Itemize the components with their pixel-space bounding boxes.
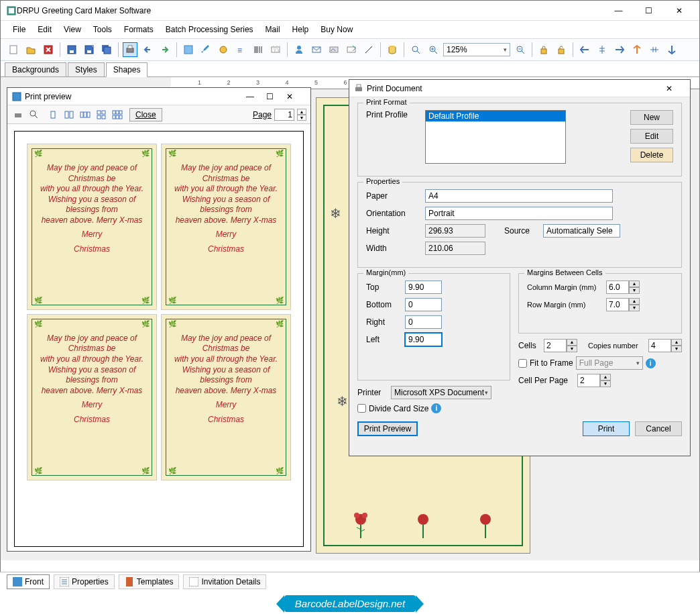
barcode-icon[interactable] (251, 42, 266, 57)
align-left-icon[interactable] (577, 42, 592, 57)
print-icon[interactable] (123, 42, 137, 57)
zoom-out-icon[interactable] (513, 42, 528, 57)
page-up[interactable]: ▲ (297, 109, 306, 115)
btab-properties[interactable]: Properties (54, 574, 115, 589)
tab-styles[interactable]: Styles (68, 62, 105, 76)
info-icon[interactable]: i (431, 403, 441, 413)
orientation-field[interactable] (425, 207, 613, 220)
preview-zoom-icon[interactable] (27, 108, 41, 121)
pen-icon[interactable] (198, 42, 213, 57)
fit-check[interactable] (518, 359, 527, 368)
zoom-fit-icon[interactable] (408, 42, 423, 57)
cellper-spinner[interactable]: ▲▼ (577, 374, 611, 387)
printer-combo[interactable]: Microsoft XPS Document (391, 386, 491, 399)
align-bottom-icon[interactable] (664, 42, 679, 57)
menu-mail[interactable]: Mail (260, 23, 286, 36)
maximize-button[interactable]: ☐ (634, 1, 664, 20)
bottom-field[interactable] (405, 298, 442, 311)
people-icon[interactable] (292, 42, 306, 57)
top-field[interactable] (405, 280, 442, 294)
btab-front[interactable]: Front (7, 574, 50, 589)
preview-maximize[interactable]: ☐ (266, 92, 286, 101)
preview-1page-icon[interactable] (46, 108, 60, 121)
preview-4page-icon[interactable] (95, 108, 108, 121)
menu-file[interactable]: File (7, 23, 31, 36)
preview-3page-icon[interactable] (78, 108, 92, 121)
close-button[interactable]: ✕ (664, 1, 694, 20)
menu-view[interactable]: View (58, 23, 86, 36)
close-file-icon[interactable] (41, 42, 56, 57)
preview-minimize[interactable]: — (246, 92, 266, 101)
send-icon[interactable] (344, 42, 359, 57)
tab-shapes[interactable]: Shapes (106, 62, 148, 77)
line-icon[interactable] (361, 42, 376, 57)
open-icon[interactable] (23, 42, 38, 57)
cells-spinner[interactable]: ▲▼ (544, 339, 577, 352)
menu-tools[interactable]: Tools (88, 23, 117, 36)
margins-between-group: Margins Between Cells Column Margin (mm)… (518, 273, 682, 334)
undo-icon[interactable] (140, 42, 155, 57)
copies-spinner[interactable]: ▲▼ (648, 339, 682, 352)
paper-label: Paper (366, 191, 420, 201)
align-right-icon[interactable] (612, 42, 627, 57)
redo-icon[interactable] (158, 42, 172, 57)
page-input[interactable] (274, 109, 294, 121)
profile-listbox[interactable]: Default Profile (425, 110, 566, 164)
source-field[interactable] (543, 224, 620, 238)
svg-rect-50 (116, 111, 119, 114)
zoom-in-icon[interactable] (426, 42, 441, 57)
preview-close-button[interactable]: Close (129, 108, 162, 121)
image-tool-icon[interactable] (181, 42, 196, 57)
dialog-close[interactable]: ✕ (666, 84, 686, 93)
new-icon[interactable] (6, 42, 21, 57)
height-field (425, 224, 485, 238)
mail-sig-icon[interactable] (327, 42, 341, 57)
svg-rect-32 (13, 577, 22, 586)
watermark-icon[interactable]: W (268, 42, 283, 57)
text-icon[interactable]: ≡ (233, 42, 248, 57)
menu-batch[interactable]: Batch Processing Series (160, 23, 259, 36)
delete-button[interactable]: Delete (630, 148, 673, 162)
menu-help[interactable]: Help (287, 23, 314, 36)
page-down[interactable]: ▼ (297, 115, 306, 121)
print-preview-button[interactable]: Print Preview (357, 421, 418, 436)
save-all-icon[interactable] (99, 42, 114, 57)
edit-button[interactable]: Edit (630, 129, 673, 144)
lock-icon[interactable] (536, 42, 551, 57)
preview-print-icon[interactable] (11, 108, 25, 121)
shape-icon[interactable] (216, 42, 231, 57)
align-middle-icon[interactable] (647, 42, 662, 57)
page-label: Page (253, 110, 272, 119)
align-top-icon[interactable] (630, 42, 644, 57)
cancel-button[interactable]: Cancel (635, 421, 682, 436)
preview-close[interactable]: ✕ (286, 92, 306, 101)
col-margin-spinner[interactable]: ▲▼ (606, 280, 640, 294)
right-field[interactable] (405, 315, 442, 329)
new-button[interactable]: New (630, 110, 673, 125)
info-icon[interactable]: i (646, 358, 656, 368)
menu-edit[interactable]: Edit (32, 23, 57, 36)
align-center-icon[interactable] (595, 42, 609, 57)
menu-buy[interactable]: Buy Now (315, 23, 358, 36)
zoom-combo[interactable]: 125% (443, 43, 510, 56)
unlock-icon[interactable] (554, 42, 569, 57)
paper-field[interactable] (425, 189, 613, 203)
row-margin-spinner[interactable]: ▲▼ (606, 298, 640, 311)
menu-formats[interactable]: Formats (119, 23, 159, 36)
saveas-icon[interactable] (82, 42, 97, 57)
tab-backgrounds[interactable]: Backgrounds (5, 62, 66, 76)
left-field[interactable] (405, 333, 442, 346)
btab-templates[interactable]: Templates (119, 574, 180, 589)
database-icon[interactable] (385, 42, 400, 57)
divide-check[interactable] (357, 404, 366, 413)
preview-2page-icon[interactable] (62, 108, 76, 121)
btab-invitation[interactable]: Invitation Details (183, 574, 266, 589)
print-button[interactable]: Print (583, 421, 630, 436)
envelope-icon[interactable] (309, 42, 324, 57)
preview-6page-icon[interactable] (111, 108, 124, 121)
svg-rect-26 (559, 49, 564, 54)
save-icon[interactable] (64, 42, 79, 57)
minimize-button[interactable]: — (603, 1, 634, 20)
svg-rect-34 (126, 577, 133, 586)
profile-item[interactable]: Default Profile (426, 111, 565, 121)
